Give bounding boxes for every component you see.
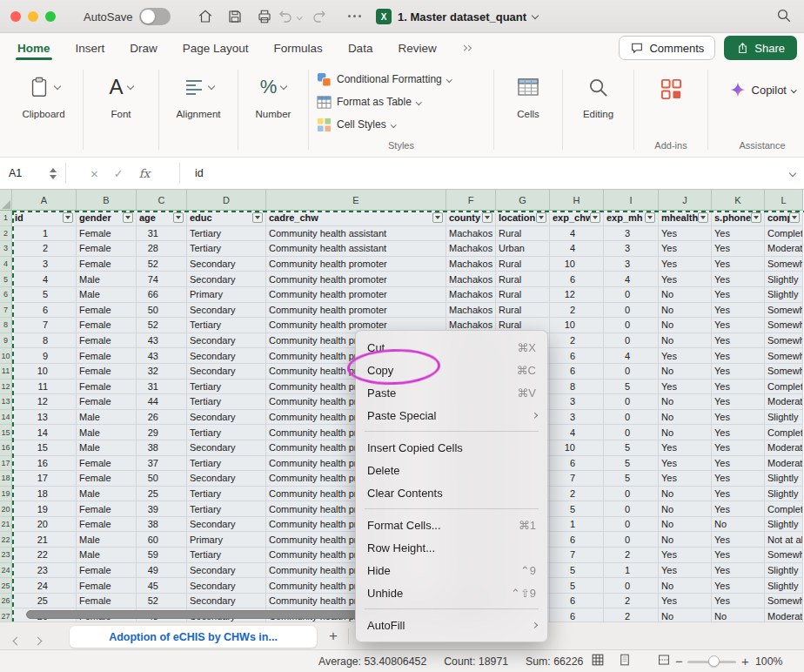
cell-A22[interactable]: 21 bbox=[12, 532, 77, 548]
cell-L7[interactable]: Somewhat bbox=[765, 303, 803, 319]
cell-D17[interactable]: Tertiary bbox=[187, 456, 266, 472]
editing-group[interactable]: Editing bbox=[566, 63, 631, 157]
cell-C18[interactable]: 50 bbox=[137, 471, 187, 487]
cell-J17[interactable]: Yes bbox=[659, 456, 712, 472]
cell-H12[interactable]: 8 bbox=[550, 380, 604, 395]
cell-L11[interactable]: Somewhat bbox=[765, 364, 803, 380]
cell-K27[interactable]: No bbox=[712, 608, 765, 622]
cell-B24[interactable]: Female bbox=[77, 563, 137, 579]
cell-K3[interactable]: Yes bbox=[712, 241, 765, 257]
cell-I12[interactable]: 5 bbox=[604, 380, 659, 395]
menu-item-insert-copied-cells[interactable]: Insert Copied Cells bbox=[356, 436, 547, 459]
cell-K7[interactable]: Yes bbox=[712, 303, 765, 319]
cell-L5[interactable]: Slightly bbox=[765, 272, 803, 287]
cell-K14[interactable]: Yes bbox=[712, 410, 765, 426]
cell-J16[interactable]: Yes bbox=[659, 440, 712, 456]
cell-H23[interactable]: 7 bbox=[550, 548, 604, 563]
menu-item-row-height[interactable]: Row Height... bbox=[356, 536, 547, 559]
cell-C11[interactable]: 32 bbox=[137, 364, 187, 380]
cell-B3[interactable]: Female bbox=[77, 241, 137, 257]
cell-L10[interactable]: Somewhat bbox=[765, 348, 803, 364]
formula-input[interactable]: id bbox=[195, 158, 204, 189]
cell-B23[interactable]: Male bbox=[77, 548, 137, 563]
row-number-4[interactable]: 4 bbox=[0, 257, 12, 272]
cell-I4[interactable]: 3 bbox=[604, 257, 659, 272]
cell-J14[interactable]: No bbox=[659, 410, 712, 426]
undo-dropdown-icon[interactable] bbox=[297, 14, 302, 19]
cell-A4[interactable]: 3 bbox=[12, 257, 77, 272]
cell-B19[interactable]: Male bbox=[77, 487, 137, 502]
cell-C15[interactable]: 29 bbox=[137, 425, 187, 440]
cell-D19[interactable]: Tertiary bbox=[187, 487, 266, 502]
cell-H15[interactable]: 4 bbox=[550, 425, 604, 440]
cell-H26[interactable]: 6 bbox=[550, 594, 604, 609]
row-number-2[interactable]: 2 bbox=[0, 226, 12, 242]
filter-button-age[interactable] bbox=[173, 212, 184, 223]
cell-I11[interactable]: 0 bbox=[604, 364, 659, 380]
cell-I10[interactable]: 4 bbox=[604, 348, 659, 364]
menu-item-copy[interactable]: Copy⌘C bbox=[356, 359, 547, 381]
cell-F6[interactable]: Machakos bbox=[446, 287, 496, 303]
cell-B16[interactable]: Male bbox=[77, 440, 137, 456]
zoom-in-button[interactable]: + bbox=[741, 654, 749, 669]
column-header-E[interactable]: E bbox=[266, 190, 446, 211]
insert-function-icon[interactable]: fx bbox=[139, 166, 151, 180]
tabs-overflow-icon[interactable] bbox=[462, 46, 471, 50]
zoom-window-button[interactable] bbox=[45, 11, 56, 22]
cell-K16[interactable]: Yes bbox=[712, 440, 765, 456]
cell-D3[interactable]: Tertiary bbox=[187, 241, 266, 257]
cell-A20[interactable]: 19 bbox=[12, 501, 77, 517]
filter-button-id[interactable] bbox=[63, 212, 73, 223]
cell-C12[interactable]: 31 bbox=[137, 380, 187, 395]
cells-group[interactable]: Cells bbox=[497, 63, 559, 157]
cell-D12[interactable]: Tertiary bbox=[187, 380, 266, 395]
cell-D26[interactable]: Secondary bbox=[187, 594, 266, 609]
cell-C20[interactable]: 39 bbox=[137, 501, 187, 517]
cell-A1[interactable]: id bbox=[12, 211, 77, 226]
cell-H20[interactable]: 5 bbox=[550, 501, 604, 517]
column-header-B[interactable]: B bbox=[77, 190, 137, 211]
menu-item-format-cells[interactable]: Format Cells...⌘1 bbox=[356, 514, 547, 536]
column-header-F[interactable]: F bbox=[446, 190, 496, 211]
cell-C9[interactable]: 43 bbox=[137, 333, 187, 349]
cell-L1[interactable]: compu bbox=[765, 211, 803, 226]
cell-I8[interactable]: 0 bbox=[604, 318, 659, 333]
row-number-20[interactable]: 20 bbox=[0, 501, 12, 517]
row-number-11[interactable]: 11 bbox=[0, 364, 12, 380]
add-sheet-button[interactable]: + bbox=[324, 625, 343, 647]
cell-K18[interactable]: Yes bbox=[712, 471, 765, 487]
cell-K25[interactable]: Yes bbox=[712, 578, 765, 594]
cell-J12[interactable]: Yes bbox=[659, 380, 712, 395]
cell-I2[interactable]: 3 bbox=[604, 226, 659, 242]
cell-B18[interactable]: Female bbox=[77, 471, 137, 487]
filter-button-exp_mh[interactable] bbox=[645, 212, 655, 223]
cell-J7[interactable]: No bbox=[659, 303, 712, 319]
next-sheet-icon[interactable] bbox=[35, 632, 41, 648]
cell-F3[interactable]: Machakos bbox=[446, 241, 496, 257]
cell-C17[interactable]: 37 bbox=[137, 456, 187, 472]
cell-J20[interactable]: No bbox=[659, 501, 712, 517]
row-number-9[interactable]: 9 bbox=[0, 333, 12, 349]
cell-K12[interactable]: Yes bbox=[712, 380, 765, 395]
cell-H13[interactable]: 3 bbox=[550, 394, 604, 410]
cell-J1[interactable]: mhealth bbox=[659, 211, 712, 226]
filter-button-location[interactable] bbox=[536, 212, 546, 223]
cell-L14[interactable]: Slightly bbox=[765, 410, 803, 426]
cell-I26[interactable]: 2 bbox=[604, 594, 659, 609]
menu-item-hide[interactable]: Hide⌃9 bbox=[356, 559, 547, 581]
cell-L9[interactable]: Somewhat bbox=[765, 333, 803, 349]
cell-G2[interactable]: Rural bbox=[496, 226, 550, 242]
cell-K4[interactable]: Yes bbox=[712, 257, 765, 272]
cell-I6[interactable]: 0 bbox=[604, 287, 659, 303]
cell-H22[interactable]: 6 bbox=[550, 532, 604, 548]
zoom-slider-knob[interactable] bbox=[708, 655, 720, 667]
cell-I9[interactable]: 0 bbox=[604, 333, 659, 349]
cell-C1[interactable]: age bbox=[137, 211, 187, 226]
cell-L18[interactable]: Slightly bbox=[765, 471, 803, 487]
formula-bar-expand-icon[interactable] bbox=[789, 170, 796, 177]
cell-L24[interactable]: Slightly bbox=[765, 563, 803, 579]
cell-C23[interactable]: 59 bbox=[137, 548, 187, 563]
cell-B11[interactable]: Female bbox=[77, 364, 137, 380]
cell-H8[interactable]: 10 bbox=[550, 318, 604, 333]
cell-D11[interactable]: Secondary bbox=[187, 364, 266, 380]
